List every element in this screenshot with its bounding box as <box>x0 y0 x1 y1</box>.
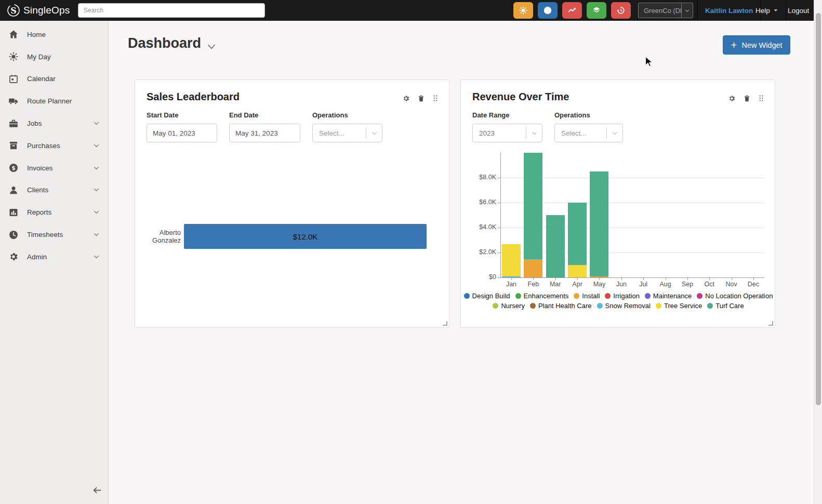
sidebar-item-clients[interactable]: Clients <box>0 179 108 202</box>
legend-dot <box>515 293 521 299</box>
bar-segment-snow-removal[interactable] <box>502 276 521 277</box>
briefcase-icon <box>8 118 19 129</box>
x-axis-tick-label: Jul <box>632 281 654 288</box>
end-date-input[interactable] <box>229 124 300 142</box>
legend-dot <box>605 293 611 299</box>
dollar-icon: $ <box>8 163 19 173</box>
trend-quick-button[interactable] <box>562 2 582 19</box>
start-date-input[interactable] <box>147 124 217 142</box>
brand-name: SingleOps <box>23 5 70 16</box>
clock-icon <box>8 230 19 240</box>
bar-segment-install[interactable] <box>524 259 542 277</box>
legend-item-design-build[interactable]: Design Build <box>464 291 510 300</box>
bar-segment-tree-service[interactable] <box>568 265 587 277</box>
legend-item-enhancements[interactable]: Enhancements <box>515 291 569 300</box>
leaderboard-bar[interactable]: $12.0K <box>184 224 427 249</box>
chevron-down-icon[interactable] <box>366 130 382 137</box>
chevron-down-icon[interactable] <box>93 254 100 260</box>
bar-segment-turf-care[interactable] <box>524 153 542 259</box>
legend-item-tree-service[interactable]: Tree Service <box>656 301 702 310</box>
scrollbar-thumb[interactable] <box>816 13 821 405</box>
sidebar-item-calendar[interactable]: Calendar <box>0 68 108 90</box>
calendar-icon <box>8 74 19 84</box>
x-axis-tick-label: Dec <box>743 281 764 288</box>
widget-resize-handle[interactable] <box>443 321 447 326</box>
bar-segment-turf-care[interactable] <box>568 203 587 265</box>
sun-icon <box>519 6 528 15</box>
sidebar-item-timesheets[interactable]: Timesheets <box>0 223 108 246</box>
new-widget-label: New Widget <box>741 41 782 49</box>
operations-select[interactable]: Select... <box>312 124 382 142</box>
sidebar-item-reports[interactable]: Reports <box>0 201 108 223</box>
legend-label: Design Build <box>472 292 510 300</box>
widget-delete-trash-icon[interactable] <box>417 95 425 102</box>
page-scrollbar[interactable] <box>814 0 822 504</box>
sidebar-item-label: Purchases <box>27 142 60 150</box>
sidebar-item-my-day[interactable]: My Day <box>0 46 108 68</box>
chevron-down-icon[interactable] <box>93 231 100 238</box>
mouse-cursor <box>645 56 655 68</box>
clock-quick-button[interactable] <box>538 2 558 19</box>
bar-segment-tree-service[interactable] <box>502 244 521 276</box>
legend-item-irrigation[interactable]: Irrigation <box>605 291 640 300</box>
sidebar-item-route-planner[interactable]: Route Planner <box>0 90 108 112</box>
sales-leaderboard-widget: Sales Leaderboard Start Date End D <box>135 79 449 328</box>
sidebar-item-label: Route Planner <box>27 97 72 105</box>
legend-item-turf-care[interactable]: Turf Care <box>707 301 744 310</box>
sidebar-item-purchases[interactable]: Purchases <box>0 135 108 157</box>
widget-settings-gear-icon[interactable] <box>402 95 410 102</box>
new-widget-button[interactable]: New Widget <box>723 35 790 55</box>
chevron-down-icon[interactable] <box>93 142 100 149</box>
x-axis-tick-label: Mar <box>545 281 566 288</box>
logout-button[interactable]: Logout <box>780 0 816 21</box>
sidebar-item-label: My Day <box>27 53 51 61</box>
x-axis-tick <box>533 278 534 280</box>
sidebar-item-jobs[interactable]: Jobs <box>0 112 108 135</box>
x-axis-tick <box>732 278 732 280</box>
search-input[interactable] <box>78 3 265 18</box>
bar-segment-turf-care[interactable] <box>590 171 608 276</box>
sidebar-item-invoices[interactable]: $Invoices <box>0 157 108 179</box>
legend-dot <box>597 303 603 309</box>
x-axis-tick <box>687 278 688 280</box>
widget-drag-handle-icon[interactable] <box>432 94 439 102</box>
legend-item-install[interactable]: Install <box>574 291 600 300</box>
legend-dot <box>493 303 498 309</box>
layers-quick-button[interactable] <box>587 2 606 19</box>
sun-quick-button[interactable] <box>513 2 533 19</box>
bar-segment-install[interactable] <box>590 276 608 277</box>
legend-item-plant-health-care[interactable]: Plant Health Care <box>530 301 592 310</box>
chevron-down-icon[interactable] <box>93 209 100 216</box>
legend-dot <box>707 303 713 309</box>
chevron-down-icon[interactable] <box>93 165 100 171</box>
company-select-value: GreenCo (DE <box>639 7 681 15</box>
chart-legend: Design BuildEnhancementsInstallIrrigatio… <box>462 291 774 310</box>
chevron-down-icon[interactable] <box>681 3 693 18</box>
widget-resize-handle[interactable] <box>768 321 773 326</box>
sidebar-nav: HomeMy DayCalendarRoute PlannerJobsPurch… <box>0 21 108 268</box>
x-axis-tick <box>511 278 512 280</box>
sidebar-item-label: Jobs <box>27 120 42 127</box>
history-quick-button[interactable] <box>611 2 631 19</box>
svg-text:S: S <box>10 6 17 16</box>
legend-item-maintenance[interactable]: Maintenance <box>645 291 692 300</box>
company-select[interactable]: GreenCo (DE <box>638 3 693 18</box>
sidebar-item-home[interactable]: Home <box>0 23 108 46</box>
legend-item-nursery[interactable]: Nursery <box>493 301 525 310</box>
svg-text:$: $ <box>11 165 16 171</box>
dashboard-selector-chevron-icon[interactable] <box>206 42 217 54</box>
y-axis-tick-label: $2.0K <box>465 248 496 256</box>
truck-icon <box>8 96 19 107</box>
sidebar-item-admin[interactable]: Admin <box>0 246 108 268</box>
sidebar-collapse-button[interactable] <box>89 483 104 497</box>
legend-item-no-location-operation[interactable]: No Location Operation <box>697 291 773 300</box>
help-label: Help <box>755 7 770 15</box>
chevron-down-icon[interactable] <box>93 187 100 193</box>
leaderboard-filters: Start Date End Date Operations Select... <box>147 111 382 142</box>
legend-item-snow-removal[interactable]: Snow Removal <box>597 301 651 310</box>
bar-segment-turf-care[interactable] <box>546 215 565 277</box>
chevron-down-icon[interactable] <box>93 120 100 127</box>
legend-label: Enhancements <box>524 292 569 300</box>
app-root: S SingleOps GreenCo (DE Kaitlin Lawton H… <box>0 0 822 504</box>
singleops-brand[interactable]: S SingleOps <box>7 0 70 21</box>
